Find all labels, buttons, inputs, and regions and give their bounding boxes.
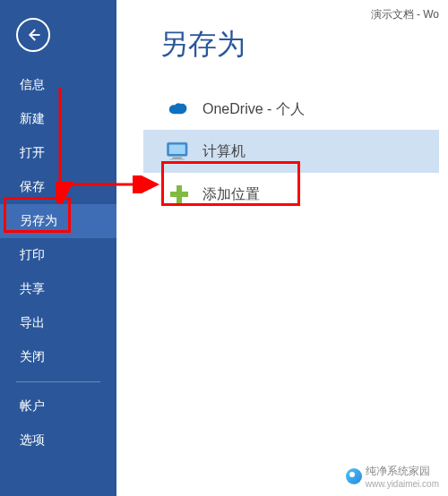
back-button[interactable] — [16, 18, 50, 52]
nav-label: 关闭 — [20, 349, 45, 363]
option-label: 计算机 — [202, 142, 246, 161]
nav-share[interactable]: 共享 — [0, 272, 116, 306]
add-icon — [159, 184, 199, 205]
nav-label: 帐户 — [20, 398, 45, 413]
option-label: 添加位置 — [202, 185, 260, 204]
onedrive-icon — [159, 102, 199, 118]
page-heading: 另存为 — [159, 25, 448, 64]
arrow-left-icon — [25, 27, 41, 43]
option-onedrive[interactable]: OneDrive - 个人 — [143, 90, 439, 130]
titlebar-text: 演示文档 - Wo — [371, 7, 439, 22]
computer-icon — [159, 141, 199, 162]
watermark-name: 纯净系统家园 — [366, 465, 430, 477]
nav-save[interactable]: 保存 — [0, 170, 116, 204]
watermark: 纯净系统家园 www.yidaimei.com — [346, 464, 439, 489]
nav-label: 导出 — [20, 315, 45, 329]
nav-account[interactable]: 帐户 — [0, 389, 116, 423]
nav-label: 选项 — [20, 432, 45, 447]
backstage-sidebar: 信息 新建 打开 保存 另存为 打印 共享 导出 关闭 帐户 选项 — [0, 0, 116, 496]
svg-rect-2 — [169, 145, 185, 155]
nav-open[interactable]: 打开 — [0, 136, 116, 170]
nav-label: 另存为 — [20, 213, 57, 227]
nav-new[interactable]: 新建 — [0, 102, 116, 136]
nav-label: 打开 — [20, 145, 45, 159]
nav-close[interactable]: 关闭 — [0, 340, 116, 374]
nav-label: 共享 — [20, 281, 45, 295]
watermark-logo-icon — [346, 468, 362, 484]
nav-options[interactable]: 选项 — [0, 423, 116, 458]
nav-label: 打印 — [20, 247, 45, 261]
svg-rect-3 — [173, 158, 183, 159]
option-label: OneDrive - 个人 — [202, 100, 305, 119]
nav-saveas[interactable]: 另存为 — [0, 204, 116, 238]
nav-export[interactable]: 导出 — [0, 306, 116, 340]
option-add-place[interactable]: 添加位置 — [143, 173, 439, 216]
nav-label: 信息 — [20, 77, 45, 91]
option-computer[interactable]: 计算机 — [143, 130, 439, 173]
nav-info[interactable]: 信息 — [0, 68, 116, 102]
watermark-url: www.yidaimei.com — [366, 479, 439, 489]
svg-rect-6 — [170, 192, 188, 197]
nav-label: 保存 — [20, 179, 45, 193]
nav-print[interactable]: 打印 — [0, 238, 116, 272]
sidebar-divider — [16, 381, 100, 382]
main-panel: 演示文档 - Wo 另存为 OneDrive - 个人 计算机 添加位置 — [116, 0, 448, 496]
nav-label: 新建 — [20, 111, 45, 125]
svg-rect-4 — [170, 158, 185, 160]
